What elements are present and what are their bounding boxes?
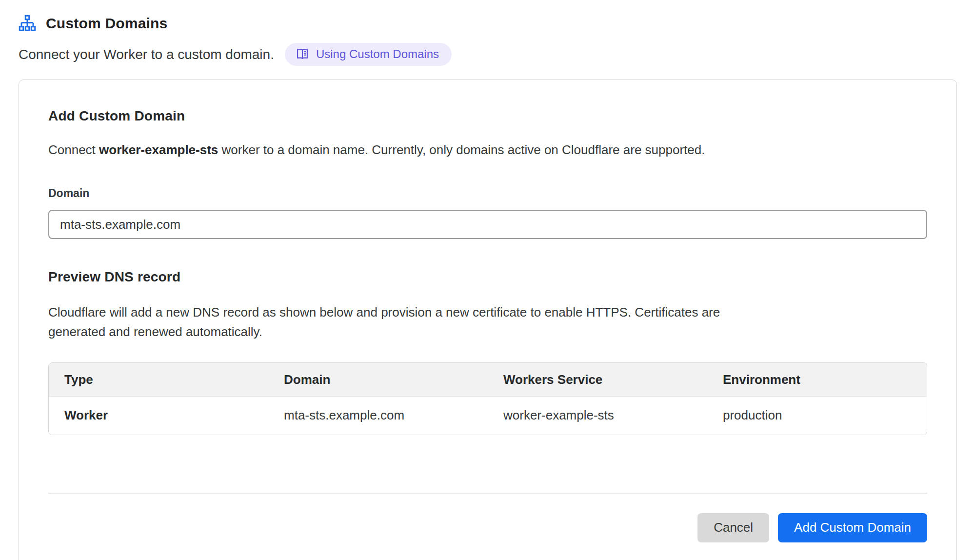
page-header: Custom Domains: [19, 15, 956, 32]
preview-dns-description: Cloudflare will add a new DNS record as …: [48, 302, 756, 342]
table-header-environment: Environment: [707, 363, 927, 397]
cell-type: Worker: [49, 397, 268, 435]
table-header-workers-service: Workers Service: [488, 363, 707, 397]
page-title: Custom Domains: [46, 15, 168, 32]
using-custom-domains-label: Using Custom Domains: [316, 47, 439, 61]
footer-divider: [48, 493, 927, 494]
table-header-domain: Domain: [268, 363, 488, 397]
dns-preview-table: Type Domain Workers Service Environment …: [48, 362, 927, 435]
cell-workers-service: worker-example-sts: [488, 397, 707, 435]
worker-name: worker-example-sts: [99, 142, 218, 157]
preview-dns-heading: Preview DNS record: [48, 269, 927, 285]
using-custom-domains-link[interactable]: Using Custom Domains: [285, 43, 452, 66]
table-header-row: Type Domain Workers Service Environment: [49, 363, 927, 397]
page-subtitle: Connect your Worker to a custom domain.: [19, 47, 274, 62]
cell-environment: production: [707, 397, 927, 435]
card-actions: Cancel Add Custom Domain: [48, 513, 927, 542]
sitemap-icon: [19, 15, 36, 32]
cell-domain: mta-sts.example.com: [268, 397, 488, 435]
domain-input[interactable]: [48, 210, 927, 239]
table-header-type: Type: [49, 363, 268, 397]
custom-domains-page: Custom Domains Connect your Worker to a …: [0, 0, 975, 560]
open-book-icon: [296, 47, 309, 61]
add-custom-domain-card: Add Custom Domain Connect worker-example…: [19, 80, 957, 560]
card-intro-text: Connect worker-example-sts worker to a d…: [48, 141, 927, 159]
domain-field-label: Domain: [48, 187, 927, 200]
add-custom-domain-button[interactable]: Add Custom Domain: [778, 513, 927, 542]
cancel-button[interactable]: Cancel: [697, 513, 769, 542]
intro-prefix: Connect: [48, 142, 99, 157]
page-subtitle-row: Connect your Worker to a custom domain. …: [19, 43, 956, 66]
table-row: Worker mta-sts.example.com worker-exampl…: [49, 397, 927, 435]
intro-suffix: worker to a domain name. Currently, only…: [218, 142, 705, 157]
card-heading: Add Custom Domain: [48, 108, 927, 124]
